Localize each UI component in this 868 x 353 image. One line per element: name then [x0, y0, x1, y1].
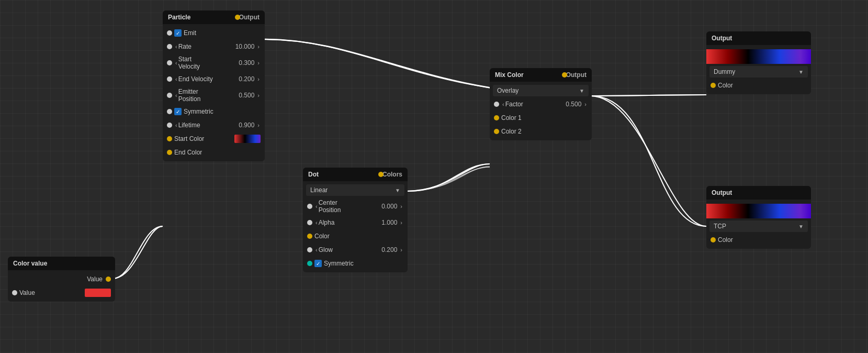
alpha-right[interactable]: ›: [399, 219, 403, 226]
mix-output-label: Output: [566, 71, 587, 79]
center-pos-left[interactable]: ‹: [314, 203, 319, 209]
start-color-socket: [167, 136, 172, 141]
end-velocity-row: ‹ End Velocity 0.200 ›: [163, 72, 265, 86]
rate-left-arrow[interactable]: ‹: [174, 43, 178, 50]
symmetric-row: ✓ Symmetric: [163, 105, 265, 118]
center-position-value: 0.000: [381, 203, 397, 210]
rate-right-arrow[interactable]: ›: [256, 43, 261, 50]
emitter-position-left[interactable]: ‹: [174, 92, 178, 98]
output1-color-label: Color: [718, 82, 807, 89]
rate-row: ‹ Rate 10.000 ›: [163, 40, 265, 53]
emit-checkbox[interactable]: ✓: [174, 29, 182, 37]
alpha-left[interactable]: ‹: [314, 219, 319, 226]
output2-dropdown-arrow: ▼: [798, 224, 804, 229]
center-position-socket: [307, 204, 312, 209]
end-color-socket: [167, 150, 172, 155]
particle-node-body: ✓ Emit ‹ Rate 10.000 › ‹ StartVelocity 0…: [163, 24, 265, 161]
color1-socket: [494, 115, 499, 120]
factor-label: Factor: [505, 101, 564, 108]
lifetime-right[interactable]: ›: [256, 122, 261, 128]
center-pos-right[interactable]: ›: [399, 203, 403, 209]
start-velocity-row: ‹ StartVelocity 0.300 ›: [163, 53, 265, 72]
factor-left[interactable]: ‹: [501, 101, 505, 107]
mix-dropdown-label: Overlay: [497, 87, 579, 94]
color-value-output-socket: [106, 277, 111, 282]
color2-row: Color 2: [490, 125, 592, 138]
color-value-body: Value Value: [8, 270, 115, 302]
mix-overlay-dropdown[interactable]: Overlay ▼: [493, 85, 589, 96]
particle-node: Particle Output ✓ Emit ‹ Rate 10.000 › ‹…: [163, 10, 265, 161]
start-velocity-value: 0.300: [239, 59, 254, 67]
output1-color-row: Color: [706, 79, 811, 92]
output2-color-label: Color: [718, 236, 807, 244]
rate-socket: [167, 44, 172, 49]
emitter-position-value: 0.500: [239, 92, 254, 99]
output2-body: TCP ▼ Color: [706, 200, 811, 249]
emit-row: ✓ Emit: [163, 26, 265, 40]
dot-color-label: Color: [314, 233, 403, 240]
symmetric-socket: [167, 109, 172, 114]
rate-label: Rate: [178, 43, 233, 50]
end-velocity-left[interactable]: ‹: [174, 76, 178, 82]
output1-title: Output: [706, 31, 811, 45]
emit-socket: [167, 30, 172, 36]
glow-value: 0.200: [381, 246, 397, 253]
center-position-label: CenterPosition: [319, 199, 380, 214]
color-value-swatch[interactable]: [85, 289, 111, 297]
color2-socket: [494, 129, 499, 134]
particle-output-label: Output: [239, 14, 260, 21]
output1-preview: [706, 49, 811, 64]
emit-label: Emit: [184, 29, 261, 37]
start-velocity-left[interactable]: ‹: [174, 60, 178, 66]
output2-dropdown[interactable]: TCP ▼: [709, 220, 808, 232]
color1-row: Color 1: [490, 111, 592, 125]
output2-dropdown-label: TCP: [714, 223, 798, 230]
lifetime-left[interactable]: ‹: [174, 122, 178, 128]
end-color-row: End Color: [163, 146, 265, 159]
output1-body: Dummy ▼ Color: [706, 45, 811, 94]
particle-node-title: Particle Output: [163, 10, 265, 24]
glow-right[interactable]: ›: [399, 247, 403, 253]
dot-symmetric-checkbox[interactable]: ✓: [314, 260, 322, 267]
center-position-row: ‹ CenterPosition 0.000 ›: [303, 197, 408, 216]
output1-dropdown-label: Dummy: [714, 68, 798, 75]
glow-left[interactable]: ‹: [314, 247, 319, 253]
alpha-socket: [307, 220, 312, 225]
symmetric-checkbox[interactable]: ✓: [174, 108, 182, 115]
dot-colors-socket: [378, 172, 384, 177]
emitter-position-right[interactable]: ›: [256, 92, 261, 98]
end-velocity-right[interactable]: ›: [256, 76, 261, 82]
alpha-value: 1.000: [381, 219, 397, 226]
alpha-label: Alpha: [319, 219, 380, 226]
dot-node: Dot Colors Linear ▼ ‹ CenterPosition 0.0…: [303, 168, 408, 272]
color-value-output-label: Value: [12, 275, 106, 283]
color-value-title: Color value: [8, 257, 115, 270]
start-velocity-right[interactable]: ›: [256, 60, 261, 66]
dot-colors-label: Colors: [382, 171, 402, 178]
emitter-position-label: EmitterPosition: [178, 88, 237, 103]
output1-dropdown-arrow: ▼: [798, 69, 804, 75]
output-node-2: Output TCP ▼ Color: [706, 186, 811, 249]
output2-color-socket: [711, 237, 716, 242]
emitter-position-socket: [167, 93, 172, 98]
dot-symmetric-row: ✓ Symmetric: [303, 257, 408, 270]
dot-linear-dropdown[interactable]: Linear ▼: [306, 184, 404, 196]
glow-socket: [307, 247, 312, 252]
start-color-swatch[interactable]: [234, 135, 261, 143]
color-value-row: Value: [8, 286, 115, 300]
dot-node-body: Linear ▼ ‹ CenterPosition 0.000 › ‹ Alph…: [303, 181, 408, 272]
start-velocity-label: StartVelocity: [178, 56, 237, 70]
end-velocity-socket: [167, 76, 172, 82]
lifetime-value: 0.900: [239, 122, 254, 129]
dot-dropdown-label: Linear: [310, 186, 395, 194]
output-node-1: Output Dummy ▼ Color: [706, 31, 811, 94]
dot-color-socket: [307, 234, 312, 239]
factor-right[interactable]: ›: [583, 101, 588, 107]
output2-title: Output: [706, 186, 811, 200]
output2-color-row: Color: [706, 233, 811, 247]
color2-label: Color 2: [501, 128, 588, 135]
dot-symmetric-socket: [307, 261, 312, 266]
mix-color-title: Mix Color Output: [490, 68, 592, 82]
color1-label: Color 1: [501, 114, 588, 122]
output1-dropdown[interactable]: Dummy ▼: [709, 66, 808, 78]
